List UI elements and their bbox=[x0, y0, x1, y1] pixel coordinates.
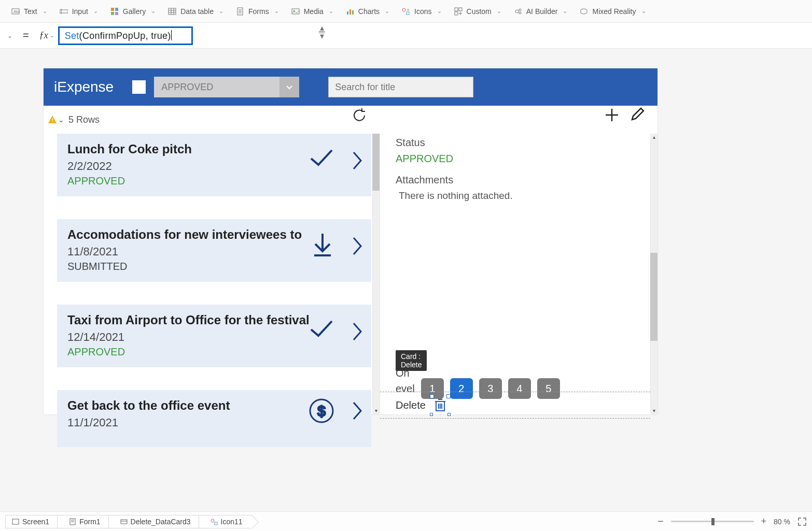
svg-rect-28 bbox=[455, 12, 458, 15]
text-icon: Abc bbox=[11, 7, 20, 16]
breadcrumb-icon[interactable]: Icon11 bbox=[199, 515, 253, 528]
scrollbar-thumb[interactable] bbox=[372, 134, 380, 191]
ribbon-forms[interactable]: Forms⌄ bbox=[230, 4, 285, 19]
ribbon-label: Mixed Reality bbox=[592, 7, 636, 16]
ribbon-custom[interactable]: Custom⌄ bbox=[448, 4, 508, 19]
breadcrumb-label: Screen1 bbox=[22, 518, 49, 526]
search-placeholder: Search for title bbox=[335, 82, 395, 93]
status-dropdown-value: APPROVED bbox=[154, 82, 279, 93]
equals-label: = bbox=[18, 30, 34, 41]
svg-point-31 bbox=[515, 10, 519, 13]
filter-checkbox[interactable] bbox=[132, 80, 146, 94]
breadcrumb-screen[interactable]: Screen1 bbox=[5, 515, 59, 528]
ribbon-datatable[interactable]: Data table⌄ bbox=[162, 4, 230, 19]
ribbon-gallery[interactable]: Gallery⌄ bbox=[104, 4, 162, 19]
svg-text:$: $ bbox=[317, 403, 326, 419]
zoom-in-button[interactable]: + bbox=[761, 516, 767, 527]
gallery-icon bbox=[110, 7, 119, 16]
download-icon bbox=[310, 232, 335, 261]
dollar-icon: $ bbox=[308, 397, 335, 426]
iconctl-icon bbox=[211, 518, 218, 525]
ribbon-text[interactable]: Abc Text⌄ bbox=[5, 4, 53, 19]
mixedreality-icon bbox=[580, 7, 588, 16]
ribbon-label: Icons bbox=[414, 7, 431, 16]
expand-icon[interactable] bbox=[797, 517, 807, 526]
ribbon-label: Charts bbox=[358, 7, 380, 16]
svg-point-32 bbox=[519, 9, 521, 11]
scroll-down-icon[interactable]: ▾ bbox=[650, 407, 657, 414]
svg-rect-7 bbox=[115, 12, 118, 15]
svg-rect-20 bbox=[349, 9, 351, 15]
ribbon-label: Input bbox=[72, 7, 88, 16]
chevron-down-icon: ⌄ bbox=[151, 8, 156, 15]
breadcrumb-form[interactable]: Form1 bbox=[57, 515, 110, 528]
screen-icon bbox=[12, 518, 19, 525]
breadcrumb-label: Icon11 bbox=[221, 518, 243, 526]
gallery-item[interactable]: Accomodations for new interviewees to 11… bbox=[57, 219, 371, 282]
gallery-item[interactable]: Taxi from Airport to Office for the fest… bbox=[57, 305, 371, 367]
ribbon-input[interactable]: Input⌄ bbox=[53, 4, 104, 19]
svg-rect-27 bbox=[459, 8, 462, 11]
chevron-down-icon[interactable]: ⌄ bbox=[58, 116, 64, 124]
breadcrumb-datacard[interactable]: Delete_DataCard3 bbox=[108, 515, 201, 528]
chevron-down-icon: ⌄ bbox=[219, 8, 223, 15]
svg-rect-26 bbox=[455, 8, 458, 11]
formula-body: (ConfirmPopUp, true) bbox=[79, 31, 171, 41]
refresh-button[interactable] bbox=[351, 107, 368, 126]
svg-rect-5 bbox=[115, 8, 118, 11]
gallery-item-status: APPROVED bbox=[67, 175, 361, 187]
icons-icon bbox=[402, 7, 410, 16]
add-button[interactable] bbox=[603, 106, 621, 126]
chevron-right-icon[interactable] bbox=[351, 399, 364, 424]
zoom-controls: − + 80 % bbox=[657, 515, 807, 527]
svg-rect-21 bbox=[352, 10, 354, 15]
trash-icon[interactable] bbox=[432, 396, 449, 414]
ribbon-aibuilder[interactable]: AI Builder⌄ bbox=[508, 4, 574, 19]
svg-rect-6 bbox=[111, 12, 114, 15]
chevron-down-icon: ⌄ bbox=[329, 8, 333, 15]
chevron-right-icon[interactable] bbox=[351, 320, 364, 345]
chevron-down-icon: ⌄ bbox=[50, 33, 54, 38]
gallery-item[interactable]: Get back to the office event 11/1/2021 $ bbox=[57, 390, 371, 447]
ribbon-mixedreality[interactable]: Mixed Reality⌄ bbox=[573, 4, 652, 19]
svg-text:Abc: Abc bbox=[13, 9, 20, 14]
chevron-right-icon[interactable] bbox=[351, 235, 364, 260]
attachments-empty: There is nothing attached. bbox=[396, 190, 657, 202]
formula-resize-handle[interactable]: ▴═▾ bbox=[319, 26, 325, 38]
aibuilder-icon bbox=[514, 7, 522, 16]
gallery-pane: Lunch for Coke pitch 2/2/2022 APPROVED A… bbox=[44, 134, 380, 414]
gallery-toolbar: ! ⌄ 5 Rows bbox=[44, 106, 657, 134]
formula-input[interactable]: Set(ConfirmPopUp, true) bbox=[58, 26, 193, 45]
gallery-item[interactable]: Lunch for Coke pitch 2/2/2022 APPROVED bbox=[57, 134, 371, 196]
svg-line-35 bbox=[518, 12, 519, 13]
chevron-down-icon: ⌄ bbox=[437, 8, 442, 15]
zoom-slider[interactable] bbox=[671, 521, 754, 522]
property-chevron-icon[interactable]: ⌄ bbox=[7, 32, 12, 39]
edit-button[interactable] bbox=[628, 106, 646, 125]
chevron-down-icon: ⌄ bbox=[274, 8, 279, 15]
ribbon-icons[interactable]: Icons⌄ bbox=[396, 4, 447, 19]
formula-keyword: Set bbox=[65, 31, 79, 41]
delete-datacard[interactable]: Delete bbox=[380, 392, 650, 419]
app-canvas: iExpense APPROVED Search for title ! ⌄ 5… bbox=[44, 68, 657, 414]
ribbon-media[interactable]: Media⌄ bbox=[285, 4, 340, 19]
breadcrumb-label: Form1 bbox=[79, 518, 100, 526]
scrollbar-thumb[interactable] bbox=[650, 253, 657, 341]
zoom-out-button[interactable]: − bbox=[657, 515, 664, 527]
rows-count-label: 5 Rows bbox=[68, 114, 100, 125]
breadcrumb-bar: Screen1 Form1 Delete_DataCard3 Icon11 − … bbox=[0, 511, 812, 531]
ribbon-label: AI Builder bbox=[526, 7, 558, 16]
scroll-down-icon[interactable]: ▾ bbox=[372, 407, 380, 414]
zoom-slider-thumb[interactable] bbox=[711, 518, 715, 525]
status-dropdown[interactable]: APPROVED bbox=[154, 77, 299, 97]
ribbon-charts[interactable]: Charts⌄ bbox=[340, 4, 396, 19]
search-input[interactable]: Search for title bbox=[328, 77, 473, 97]
svg-rect-2 bbox=[60, 10, 68, 13]
fx-label[interactable]: ƒx⌄ bbox=[39, 30, 54, 41]
svg-point-33 bbox=[519, 12, 521, 14]
breadcrumb-label: Delete_DataCard3 bbox=[131, 518, 191, 526]
input-icon bbox=[60, 7, 68, 16]
chevron-right-icon[interactable] bbox=[351, 149, 364, 174]
scroll-up-icon[interactable]: ▴ bbox=[650, 134, 657, 141]
chevron-down-icon: ⌄ bbox=[385, 8, 389, 15]
